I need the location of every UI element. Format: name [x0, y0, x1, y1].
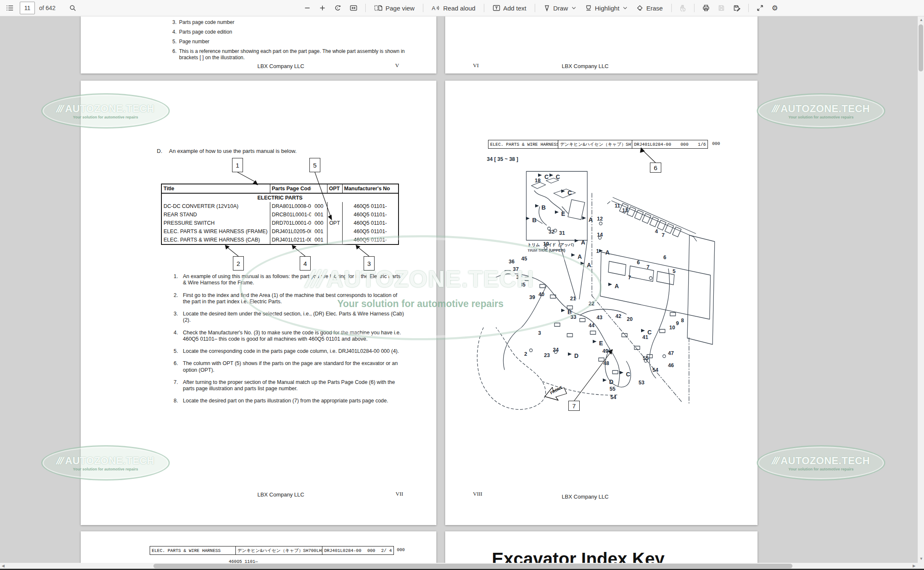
- diagram-label: 23: [544, 352, 550, 358]
- diagram-label: 9: [676, 320, 679, 326]
- diagram-label: A: [589, 216, 593, 223]
- minus-icon: [304, 5, 311, 11]
- read-aloud-button[interactable]: A Read aloud: [428, 2, 479, 14]
- scroll-down-arrow[interactable]: ▼: [919, 557, 923, 561]
- toolbar-separator: [535, 4, 535, 12]
- vertical-scrollbar[interactable]: ▲ ▼: [918, 16, 924, 563]
- header-title: ELEC. PARTS & WIRE HARNESS: [150, 546, 236, 554]
- page-viii: ELEC. PARTS & WIRE HARNESS デンキヒン&ハイセン（キャ…: [445, 81, 758, 525]
- page-view-label: Page view: [385, 5, 414, 12]
- parts-page-number: 2/ 4: [381, 548, 392, 553]
- page-v-item: 6.This is a reference number showing eac…: [172, 48, 408, 60]
- pdf-viewer-window: of 642: [0, 0, 924, 570]
- diagram-arrowhead: [526, 217, 530, 220]
- read-aloud-icon: A: [432, 5, 440, 11]
- diagram-label: 21: [570, 296, 576, 302]
- page-v: 3.Parts page code number4.Parts page cod…: [81, 16, 436, 74]
- print-button[interactable]: [700, 2, 713, 14]
- fullscreen-button[interactable]: [754, 2, 766, 14]
- diagram-label: 32: [549, 229, 554, 235]
- page-number-input[interactable]: [20, 2, 35, 14]
- diagram-arrowhead: [561, 309, 565, 312]
- draw-pen-icon: [544, 5, 550, 12]
- diagram-label: 22: [589, 301, 594, 307]
- diagram-label: B: [541, 204, 546, 211]
- highlighter-icon: [585, 5, 592, 12]
- diagram-label: A: [578, 253, 582, 260]
- diagram-label: 6: [637, 260, 640, 265]
- diagram-label: 7: [662, 232, 665, 238]
- horizontal-scrollbar[interactable]: ◀ ▶: [0, 563, 924, 569]
- diagram-label: C: [556, 173, 560, 180]
- toolbar-separator: [694, 4, 694, 12]
- diagram-arrowhead: [620, 371, 623, 374]
- diagram-label: 54: [610, 394, 616, 400]
- diagram-label: 19: [543, 241, 549, 247]
- watermark-tagline: Your solution for automotive repairs: [789, 467, 854, 471]
- diagram-arrowhead: [571, 253, 575, 257]
- erase-label: Erase: [646, 5, 663, 12]
- diagram-label: A: [581, 239, 585, 246]
- watermark-brand: AUTOZONE.TECH: [781, 103, 870, 114]
- diagram-label: 38: [516, 274, 522, 280]
- pdf-toolbar: of 642: [0, 0, 924, 16]
- table-of-contents-icon: [6, 5, 13, 11]
- search-button[interactable]: [66, 2, 79, 14]
- vertical-scroll-thumb[interactable]: [919, 24, 923, 71]
- diagram-label: A: [615, 283, 619, 289]
- zoom-out-button[interactable]: [301, 2, 314, 14]
- diagram-label: 37: [513, 266, 519, 272]
- scroll-left-arrow[interactable]: ◀: [2, 564, 5, 568]
- diagram-arrowhead: [603, 378, 607, 382]
- diagram-label: 55: [610, 386, 615, 392]
- scroll-right-arrow[interactable]: ▶: [913, 564, 916, 568]
- watermark-oval: ///AUTOZONE.TECH Your solution for autom…: [757, 445, 885, 481]
- diagram-label: 12: [597, 216, 603, 222]
- draw-button[interactable]: Draw: [540, 2, 579, 14]
- page-view-button[interactable]: Page view: [371, 2, 418, 14]
- toolbar-separator: [671, 4, 672, 12]
- diagram-label: 8: [681, 318, 684, 323]
- diagram-label: 49: [602, 348, 608, 354]
- watermark-tagline: Your solution for automotive repairs: [789, 115, 854, 119]
- diagram-arrowhead: [608, 283, 612, 286]
- diagram-label: D: [574, 352, 578, 359]
- save-floppy-icon: [718, 5, 725, 11]
- add-text-label: Add text: [503, 5, 526, 12]
- diagram-label: 31: [559, 230, 565, 236]
- diagram-label: 46: [668, 362, 674, 368]
- eraser-icon: [636, 5, 643, 11]
- diagram-label: D: [609, 378, 613, 385]
- settings-button[interactable]: ⚙︎: [769, 2, 781, 14]
- wire-harness-diagram: FRONT 18CCCBEB323111131214AA1AAA4766757A…: [445, 81, 758, 525]
- rotate-button[interactable]: [331, 2, 344, 14]
- chevron-down-icon[interactable]: [623, 7, 627, 9]
- fit-width-button[interactable]: [347, 2, 360, 14]
- watermark-brand: AUTOZONE.TECH: [781, 455, 870, 466]
- page-number-roman: VI: [473, 62, 479, 69]
- diagram-label: 43: [597, 315, 602, 320]
- zoom-in-button[interactable]: [316, 2, 329, 14]
- page-number-roman: V: [395, 62, 399, 69]
- diagram-label: 2: [524, 351, 527, 357]
- add-text-button[interactable]: Add text: [489, 2, 530, 14]
- diagram-label: A: [587, 262, 591, 268]
- highlight-label: Highlight: [595, 5, 619, 12]
- scroll-up-arrow[interactable]: ▲: [919, 18, 923, 22]
- fit-to-width-icon: [350, 5, 357, 11]
- expand-icon: [757, 5, 763, 11]
- diagram-label: 47: [668, 350, 674, 356]
- highlight-button[interactable]: Highlight: [582, 2, 631, 14]
- diagram-label: 10: [669, 325, 675, 331]
- printer-icon: [702, 5, 710, 11]
- callout-leader-lines: [81, 81, 436, 525]
- diagram-label: C: [647, 329, 652, 336]
- watermark-logo: ///: [770, 455, 780, 467]
- horizontal-scroll-thumb[interactable]: [153, 564, 792, 568]
- chevron-down-icon[interactable]: [572, 7, 576, 9]
- save-as-button[interactable]: [730, 2, 743, 14]
- erase-button[interactable]: Erase: [633, 2, 666, 14]
- toc-button[interactable]: [3, 2, 16, 14]
- toolbar-separator: [423, 4, 423, 12]
- diagram-label: 35: [520, 282, 525, 288]
